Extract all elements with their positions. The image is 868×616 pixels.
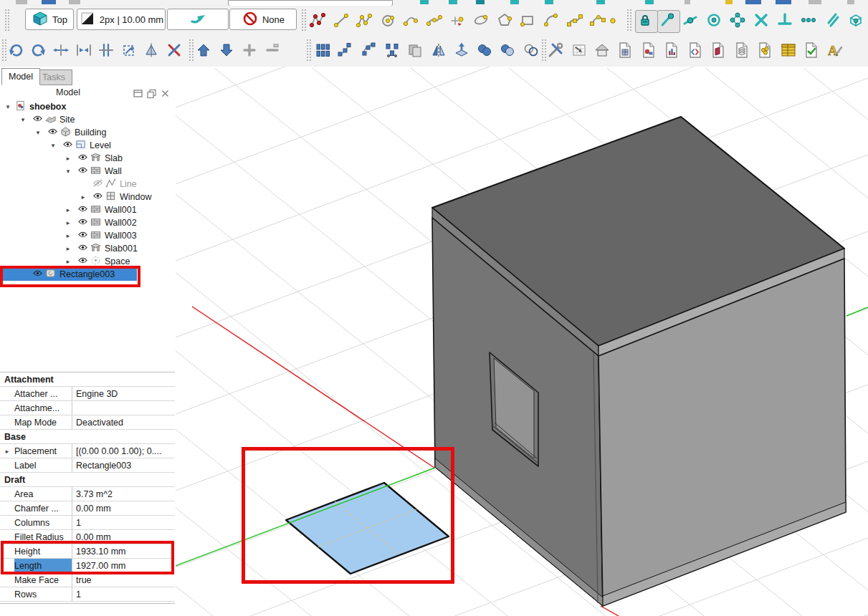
visibility-eye-icon[interactable] (75, 255, 88, 268)
snap-center-button[interactable] (705, 11, 722, 29)
snap-extension-button[interactable] (800, 11, 817, 29)
visibility-eye-icon[interactable] (30, 113, 43, 126)
expander-open-icon[interactable]: ▾ (48, 142, 58, 149)
polyline-tool-button[interactable] (356, 11, 373, 29)
property-value[interactable]: Deactivated (72, 415, 175, 429)
expander-closed-icon[interactable]: ▸ (0, 444, 14, 458)
mirror-button[interactable] (430, 42, 447, 59)
visibility-eye-icon[interactable] (45, 126, 58, 139)
project-setup-button[interactable] (593, 42, 611, 59)
viewport-3d[interactable] (176, 67, 868, 616)
spreadsheet-button[interactable] (780, 42, 797, 59)
tree-item-building[interactable]: ▾Building (0, 126, 175, 139)
draft-rectangle-selected[interactable] (286, 483, 449, 574)
doc-schedule-button[interactable] (663, 42, 680, 59)
line-style-button[interactable]: 2px | 10.00 mm (77, 9, 166, 30)
join-button[interactable] (75, 42, 92, 59)
array-orthogonal-button[interactable] (314, 42, 331, 59)
tree-item-space[interactable]: ▸Space (0, 255, 175, 268)
add-point-button[interactable] (241, 42, 258, 59)
snap-parallel-button[interactable] (824, 11, 841, 29)
property-value[interactable]: 3.73 m^2 (72, 487, 175, 501)
snap-special-button[interactable] (729, 11, 746, 29)
property-value[interactable]: 1927.00 mm (72, 559, 175, 572)
subtraction-button[interactable] (499, 42, 516, 59)
property-value[interactable] (72, 401, 175, 415)
tree-item-rectangle003[interactable]: Rectangle003 (0, 268, 175, 281)
close-icon[interactable] (160, 88, 171, 99)
expander-open-icon[interactable]: ▾ (18, 116, 28, 123)
snap-perpendicular-button[interactable] (776, 11, 793, 29)
doc-layers-button[interactable] (733, 42, 750, 59)
union-button[interactable] (476, 42, 493, 59)
edit-button[interactable] (143, 42, 160, 59)
toolbar-grip[interactable] (189, 39, 194, 62)
property-group-draft[interactable]: Draft (0, 473, 175, 487)
property-value[interactable]: 0.00 mm (72, 530, 175, 544)
arc-tool-button[interactable] (402, 11, 419, 29)
tree-item-shoebox[interactable]: ▾shoebox (0, 100, 175, 113)
remove-point-button[interactable] (264, 42, 281, 59)
subelement-highlight-button[interactable] (166, 42, 183, 59)
expander-closed-icon[interactable]: ▸ (78, 193, 88, 201)
property-group-base[interactable]: Base (0, 430, 175, 444)
clone-button[interactable] (406, 42, 424, 59)
visibility-eye-icon[interactable] (60, 139, 73, 152)
toolbar-grip[interactable] (541, 39, 546, 62)
draft-utilities-button[interactable] (547, 42, 564, 59)
visibility-eye-icon[interactable] (75, 203, 88, 216)
ellipse-tool-button[interactable] (472, 11, 490, 29)
scale-button[interactable] (120, 42, 138, 59)
array-point-button[interactable] (383, 42, 401, 59)
expander-closed-icon[interactable]: ▸ (63, 155, 73, 162)
toolbar-grip[interactable] (306, 39, 311, 62)
tree-item-line[interactable]: Line (0, 178, 175, 191)
upgrade-button[interactable] (195, 42, 212, 59)
doc-project-button[interactable] (616, 42, 634, 59)
line-tool-button[interactable] (333, 11, 350, 29)
visibility-eye-off-icon[interactable] (90, 178, 103, 191)
split-button[interactable] (97, 42, 115, 59)
toolbar-grip[interactable] (4, 9, 9, 32)
rectangle-tool-button[interactable] (519, 11, 536, 29)
property-value[interactable]: Rectangle003 (72, 458, 175, 472)
toolbar-grip[interactable] (1, 39, 6, 62)
doc-material-button[interactable] (756, 42, 773, 59)
tree-item-slab[interactable]: ▸Slab (0, 152, 175, 165)
point-tool-button[interactable] (604, 11, 621, 29)
tree-item-wall001[interactable]: ▸Wall001 (0, 203, 175, 216)
property-value[interactable]: Engine 3D (72, 387, 175, 400)
snap-working-plane-button[interactable] (847, 11, 864, 29)
expander-closed-icon[interactable]: ▸ (63, 245, 73, 252)
move-button[interactable] (7, 42, 24, 59)
tree-item-wall[interactable]: ▾Wall (0, 165, 175, 178)
snap-intersection-button[interactable] (753, 11, 770, 29)
toolbar-grip[interactable] (626, 9, 631, 32)
array-polar-button[interactable] (361, 42, 378, 59)
expander-closed-icon[interactable]: ▸ (63, 206, 73, 213)
doc-annotation-button[interactable] (640, 42, 657, 59)
tab-model[interactable]: Model (1, 68, 40, 85)
tab-tasks[interactable]: Tasks (35, 69, 72, 85)
property-value[interactable]: 1933.10 mm (72, 544, 175, 558)
arc-3points-tool-button[interactable] (543, 11, 560, 29)
expander-open-icon[interactable]: ▾ (33, 129, 43, 136)
snap-midpoint-button[interactable] (682, 11, 699, 29)
float-icon[interactable] (146, 88, 157, 99)
extrude-button[interactable] (453, 42, 470, 59)
expander-open-icon[interactable]: ▾ (63, 168, 73, 175)
curve-tool-button[interactable] (426, 11, 443, 29)
tree-item-wall003[interactable]: ▸Wall003 (0, 229, 175, 242)
expander-closed-icon[interactable]: ▸ (63, 232, 73, 239)
bspline-tool-button[interactable] (566, 11, 583, 29)
visibility-eye-icon[interactable] (75, 229, 88, 242)
working-plane-view-button[interactable]: Top (25, 9, 74, 30)
visibility-eye-icon[interactable] (30, 268, 43, 281)
rotate-button[interactable] (30, 42, 47, 59)
expander-closed-icon[interactable]: ▸ (63, 258, 73, 265)
visibility-eye-icon[interactable] (75, 216, 88, 229)
visibility-eye-icon[interactable] (90, 191, 103, 203)
property-group-attachment[interactable]: Attachment (0, 372, 175, 387)
doc-report-button[interactable] (710, 42, 727, 59)
point-axes-tool-button[interactable] (449, 11, 467, 29)
